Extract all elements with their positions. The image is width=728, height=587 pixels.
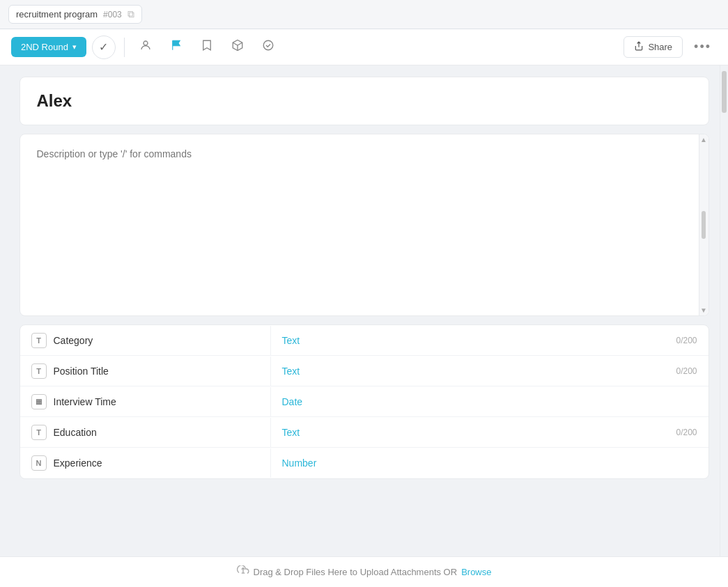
field-label-cell-experience: N Experience <box>20 448 271 478</box>
field-value-cell-education[interactable]: Text 0/200 <box>271 420 708 445</box>
description-card: ▲ ▼ <box>20 134 709 316</box>
browse-link[interactable]: Browse <box>461 567 491 577</box>
cube-button[interactable] <box>225 35 250 60</box>
more-icon: ••• <box>694 40 711 54</box>
person-button[interactable] <box>133 35 158 60</box>
title-card <box>20 77 709 125</box>
circle-check-icon <box>262 39 274 55</box>
field-label-experience: Experience <box>54 457 102 469</box>
copy-icon[interactable]: ⧉ <box>127 8 134 20</box>
upload-text: Drag & Drop Files Here to Upload Attachm… <box>254 567 458 577</box>
field-placeholder-education: Text <box>282 427 300 438</box>
tab-label: recruitment program <box>16 9 98 19</box>
field-label-education: Education <box>54 427 97 438</box>
share-label: Share <box>648 42 672 52</box>
description-scrollbar[interactable]: ▲ ▼ <box>699 134 708 315</box>
field-value-cell-interview[interactable]: Date <box>271 389 708 414</box>
field-label-cell-category: T Category <box>20 326 271 355</box>
svg-point-1 <box>263 40 273 50</box>
field-counter-position: 0/200 <box>676 366 697 376</box>
date-type-icon-interview: ▦ <box>31 394 47 409</box>
flag-button[interactable] <box>164 35 189 60</box>
number-type-icon-experience: N <box>31 455 47 471</box>
round-button-label: 2ND Round <box>21 42 68 52</box>
svg-point-0 <box>144 41 148 45</box>
flag-icon <box>170 39 183 55</box>
person-icon <box>139 39 152 55</box>
check-icon: ✓ <box>99 40 108 54</box>
field-counter-education: 0/200 <box>676 428 697 437</box>
main-content: ▲ ▼ T Category Text 0/200 T Position Tit… <box>0 65 728 587</box>
upload-cloud-icon <box>237 565 249 579</box>
scroll-down-arrow[interactable]: ▼ <box>700 306 707 314</box>
table-row: T Position Title Text 0/200 <box>20 356 708 386</box>
table-row: T Category Text 0/200 <box>20 325 708 356</box>
check-button[interactable]: ✓ <box>92 36 116 59</box>
page-scrollbar[interactable] <box>720 65 728 556</box>
share-button[interactable]: Share <box>624 36 683 58</box>
table-row: N Experience Number <box>20 448 708 478</box>
circle-check-button[interactable] <box>256 35 281 60</box>
bookmark-button[interactable] <box>194 35 219 60</box>
field-label-cell-position: T Position Title <box>20 357 271 386</box>
field-placeholder-interview: Date <box>282 396 303 407</box>
upload-bar: Drag & Drop Files Here to Upload Attachm… <box>0 556 728 587</box>
text-type-icon-education: T <box>31 425 47 440</box>
field-label-interview: Interview Time <box>54 396 116 407</box>
page-scroll-thumb <box>722 71 727 113</box>
field-value-cell-position[interactable]: Text 0/200 <box>271 359 708 384</box>
field-label-category: Category <box>54 335 93 346</box>
field-label-cell-interview: ▦ Interview Time <box>20 387 271 416</box>
field-counter-category: 0/200 <box>676 336 697 345</box>
field-label-position: Position Title <box>54 366 109 377</box>
field-value-cell-experience[interactable]: Number <box>271 451 708 476</box>
tab-item-recruitment[interactable]: recruitment program #003 ⧉ <box>8 5 142 24</box>
field-placeholder-position: Text <box>282 366 300 377</box>
round-button[interactable]: 2ND Round ▾ <box>11 37 86 57</box>
table-row: ▦ Interview Time Date <box>20 386 708 417</box>
chevron-down-icon: ▾ <box>72 42 77 52</box>
share-icon <box>634 41 644 53</box>
bookmark-icon <box>201 39 213 55</box>
field-value-cell-category[interactable]: Text 0/200 <box>271 328 708 353</box>
field-placeholder-experience: Number <box>282 457 317 469</box>
field-label-cell-education: T Education <box>20 418 271 447</box>
tab-bar: recruitment program #003 ⧉ <box>0 0 728 29</box>
title-input[interactable] <box>37 91 692 111</box>
tab-number: #003 <box>103 10 122 19</box>
toolbar: 2ND Round ▾ ✓ <box>0 29 728 65</box>
field-placeholder-category: Text <box>282 335 300 346</box>
more-button[interactable]: ••• <box>688 37 717 57</box>
fields-card: T Category Text 0/200 T Position Title T… <box>20 324 709 479</box>
table-row: T Education Text 0/200 <box>20 417 708 448</box>
text-type-icon-position: T <box>31 363 47 379</box>
cube-icon <box>231 39 244 55</box>
text-type-icon-category: T <box>31 333 47 348</box>
scroll-up-arrow[interactable]: ▲ <box>700 136 707 143</box>
toolbar-divider <box>124 38 125 57</box>
description-textarea[interactable] <box>20 134 699 315</box>
scroll-thumb <box>702 211 706 239</box>
